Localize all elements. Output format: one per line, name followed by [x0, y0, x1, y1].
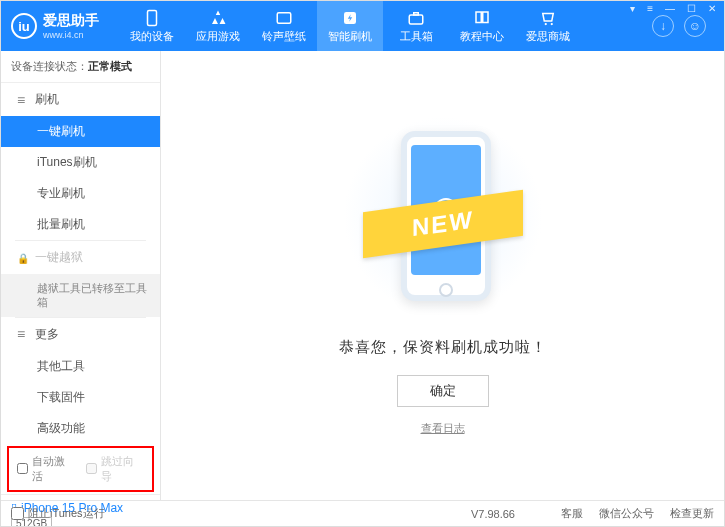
maximize-icon[interactable]: ☐ [684, 3, 699, 14]
svg-rect-3 [409, 15, 423, 24]
options-highlight: 自动激活 跳过向导 [7, 446, 154, 492]
footer-link-wechat[interactable]: 微信公众号 [599, 506, 654, 521]
checkbox-block-itunes[interactable]: 阻止iTunes运行 [11, 506, 105, 521]
view-log-link[interactable]: 查看日志 [421, 421, 465, 436]
book-icon [473, 9, 491, 27]
menu-icon [17, 326, 29, 342]
top-nav: 我的设备 应用游戏 铃声壁纸 智能刷机 工具箱 教程中心 爱思商城 [119, 1, 652, 51]
minimize-icon[interactable]: — [662, 3, 678, 14]
success-message: 恭喜您，保资料刷机成功啦！ [339, 338, 547, 357]
main-content: ✓ NEW 恭喜您，保资料刷机成功啦！ 确定 查看日志 [161, 51, 724, 500]
nav-apps[interactable]: 应用游戏 [185, 1, 251, 51]
svg-point-5 [545, 22, 547, 24]
phone-icon [143, 9, 161, 27]
app-logo: iu 爱思助手 www.i4.cn [11, 12, 99, 40]
success-illustration: ✓ NEW [373, 116, 513, 326]
checkbox-auto-activate[interactable]: 自动激活 [17, 454, 76, 484]
settings-icon[interactable]: ≡ [644, 3, 656, 14]
sidebar-item-oneclick-flash[interactable]: 一键刷机 [1, 116, 160, 147]
app-url: www.i4.cn [43, 30, 99, 40]
app-title: 爱思助手 [43, 12, 99, 30]
user-icon[interactable]: ☺ [684, 15, 706, 37]
svg-point-6 [551, 22, 553, 24]
version-label: V7.98.66 [471, 508, 515, 520]
close-icon[interactable]: ✕ [705, 3, 719, 14]
lock-icon [17, 251, 29, 265]
svg-rect-0 [148, 10, 157, 25]
nav-toolbox[interactable]: 工具箱 [383, 1, 449, 51]
cart-icon [539, 9, 557, 27]
footer-link-support[interactable]: 客服 [561, 506, 583, 521]
sidebar-group-more: 更多 [1, 318, 160, 351]
sidebar-item-itunes-flash[interactable]: iTunes刷机 [1, 147, 160, 178]
sidebar-item-other-tools[interactable]: 其他工具 [1, 351, 160, 382]
menu-icon[interactable]: ▾ [627, 3, 638, 14]
sidebar: 设备连接状态：正常模式 刷机 一键刷机 iTunes刷机 专业刷机 批量刷机 一… [1, 51, 161, 500]
svg-rect-4 [414, 12, 419, 14]
sidebar-jailbreak-note: 越狱工具已转移至工具箱 [1, 274, 160, 317]
sidebar-item-download-firmware[interactable]: 下载固件 [1, 382, 160, 413]
toolbox-icon [407, 9, 425, 27]
sidebar-item-advanced[interactable]: 高级功能 [1, 413, 160, 444]
menu-icon [17, 92, 29, 108]
sidebar-group-flash: 刷机 [1, 83, 160, 116]
confirm-button[interactable]: 确定 [397, 375, 489, 407]
nav-flash[interactable]: 智能刷机 [317, 1, 383, 51]
checkbox-skip-guide[interactable]: 跳过向导 [86, 454, 145, 484]
nav-ringtones[interactable]: 铃声壁纸 [251, 1, 317, 51]
apps-icon [209, 9, 227, 27]
nav-my-device[interactable]: 我的设备 [119, 1, 185, 51]
image-icon [275, 9, 293, 27]
nav-store[interactable]: 爱思商城 [515, 1, 581, 51]
download-icon[interactable]: ↓ [652, 15, 674, 37]
connection-status: 设备连接状态：正常模式 [1, 51, 160, 83]
footer-link-update[interactable]: 检查更新 [670, 506, 714, 521]
flash-icon [341, 9, 359, 27]
sidebar-item-pro-flash[interactable]: 专业刷机 [1, 178, 160, 209]
logo-icon: iu [11, 13, 37, 39]
sidebar-group-jailbreak: 一键越狱 [1, 241, 160, 274]
nav-tutorials[interactable]: 教程中心 [449, 1, 515, 51]
sidebar-item-batch-flash[interactable]: 批量刷机 [1, 209, 160, 240]
svg-rect-1 [277, 12, 291, 23]
